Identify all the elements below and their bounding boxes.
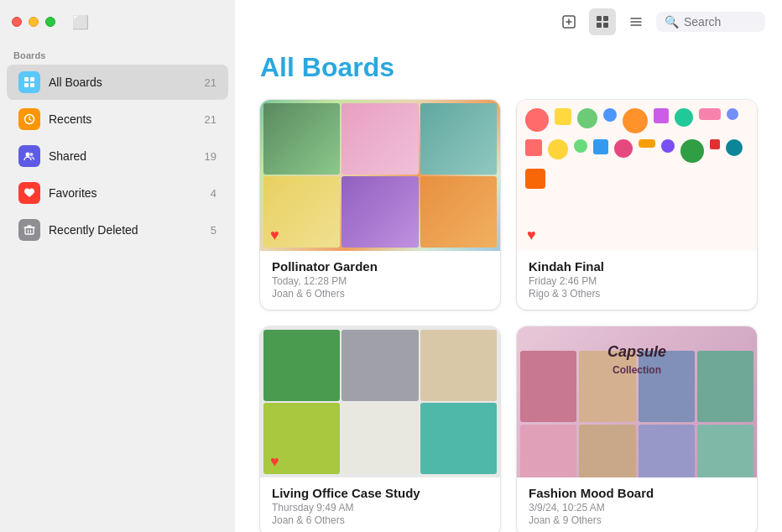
sidebar-item-recently-deleted[interactable]: Recently Deleted 5: [7, 212, 228, 248]
favorite-heart-pollinator: ♥: [270, 227, 279, 244]
toolbar: 🔍: [235, 0, 782, 44]
board-info-pollinator: Pollinator Garden Today, 12:28 PM Joan &…: [260, 251, 500, 310]
board-info-kindah: Kindah Final Friday 2:46 PM Rigo & 3 Oth…: [517, 251, 757, 310]
sidebar: ⬜ Boards All Boards 21 Recents 21: [0, 0, 235, 532]
thumb-cell: [341, 403, 418, 474]
boards-grid: ♥ Pollinator Garden Today, 12:28 PM Joan…: [260, 100, 757, 532]
sidebar-item-favorites[interactable]: Favorites 4: [7, 175, 228, 211]
grid-view-button[interactable]: [589, 8, 616, 35]
sidebar-item-shared[interactable]: Shared 19: [7, 138, 228, 174]
thumb-cell: [341, 103, 418, 175]
fashion-title-text: Capsule: [607, 343, 666, 361]
sidebar-item-recents[interactable]: Recents 21: [7, 102, 228, 137]
thumb-cell: [341, 176, 418, 248]
svg-rect-10: [603, 16, 608, 21]
thumb-cell: [420, 330, 497, 401]
thumb-cell: [420, 176, 497, 248]
fashion-subtitle-text: Collection: [613, 364, 661, 376]
board-card-living-office[interactable]: ♥ Living Office Case Study Thursday 9:49…: [260, 326, 500, 532]
favorites-count: 4: [211, 187, 216, 200]
board-thumbnail-kindah: ♥: [517, 100, 757, 251]
shared-count: 19: [205, 150, 216, 163]
fashion-cell: [697, 351, 753, 422]
new-board-button[interactable]: [555, 8, 582, 35]
page-title: All Boards: [260, 52, 757, 83]
board-card-kindah-final[interactable]: ♥ Kindah Final Friday 2:46 PM Rigo & 3 O…: [517, 100, 757, 310]
all-boards-icon: [18, 71, 40, 93]
titlebar: ⬜: [0, 0, 235, 44]
maximize-button[interactable]: [45, 17, 55, 27]
fashion-cell: [579, 351, 635, 422]
board-card-pollinator-garden[interactable]: ♥ Pollinator Garden Today, 12:28 PM Joan…: [260, 100, 500, 310]
recents-count: 21: [205, 113, 216, 126]
fashion-cell: [520, 351, 576, 422]
board-thumbnail-office: ♥: [260, 326, 500, 477]
thumb-cell: [420, 103, 497, 175]
list-view-button[interactable]: [623, 8, 649, 35]
close-button[interactable]: [12, 17, 22, 27]
board-date-pollinator: Today, 12:28 PM: [272, 275, 488, 287]
board-date-fashion: 3/9/24, 10:25 AM: [529, 502, 745, 514]
search-icon: 🔍: [665, 15, 679, 29]
board-users-pollinator: Joan & 6 Others: [272, 288, 488, 300]
favorite-heart-kindah: ♥: [527, 227, 536, 244]
search-input[interactable]: [684, 15, 757, 29]
main-content: 🔍 All Boards ♥ Pollinator Garden: [235, 0, 782, 532]
recents-label: Recents: [49, 112, 205, 126]
svg-point-6: [30, 153, 34, 156]
board-date-office: Thursday 9:49 AM: [272, 502, 488, 514]
fashion-cell: [639, 351, 695, 422]
favorites-label: Favorites: [49, 186, 211, 200]
favorites-icon: [18, 182, 40, 204]
thumb-cell: [263, 103, 340, 175]
minimize-button[interactable]: [29, 17, 39, 27]
recently-deleted-label: Recently Deleted: [49, 223, 211, 237]
fashion-cell: [639, 425, 695, 478]
svg-rect-7: [25, 227, 34, 234]
svg-point-5: [26, 153, 30, 157]
recents-icon: [18, 108, 40, 130]
board-name-office: Living Office Case Study: [272, 486, 488, 500]
board-users-fashion: Joan & 9 Others: [529, 514, 745, 526]
svg-rect-12: [603, 23, 608, 28]
search-box[interactable]: 🔍: [656, 12, 765, 32]
board-card-fashion-mood-board[interactable]: Capsule Collection Fashion Mood Boar: [517, 326, 757, 532]
svg-rect-0: [24, 77, 29, 81]
board-info-office: Living Office Case Study Thursday 9:49 A…: [260, 477, 500, 532]
svg-rect-11: [597, 23, 602, 28]
board-info-fashion: Fashion Mood Board 3/9/24, 10:25 AM Joan…: [517, 477, 757, 532]
recently-deleted-icon: [18, 219, 40, 241]
svg-rect-9: [597, 16, 602, 21]
shared-icon: [18, 145, 40, 167]
sidebar-toggle-button[interactable]: ⬜: [72, 14, 89, 30]
fashion-cell: [697, 425, 753, 478]
board-name-kindah: Kindah Final: [529, 259, 745, 274]
svg-rect-2: [24, 83, 29, 87]
sidebar-section-label: Boards: [0, 44, 235, 64]
board-date-kindah: Friday 2:46 PM: [529, 275, 745, 287]
board-name-pollinator: Pollinator Garden: [272, 259, 488, 274]
content-area: All Boards ♥ Pollinator Garden Today, 12…: [235, 44, 782, 532]
recently-deleted-count: 5: [211, 224, 216, 237]
shared-label: Shared: [49, 149, 205, 163]
thumb-cell: [263, 330, 340, 401]
sidebar-item-all-boards[interactable]: All Boards 21: [7, 65, 228, 100]
all-boards-label: All Boards: [49, 76, 205, 89]
svg-rect-1: [30, 77, 34, 81]
thumb-cell: [341, 330, 418, 401]
board-thumbnail-pollinator: ♥: [260, 100, 500, 251]
fashion-cell: [579, 425, 635, 478]
board-users-office: Joan & 6 Others: [272, 514, 488, 526]
svg-rect-3: [30, 83, 34, 87]
favorite-heart-office: ♥: [270, 453, 279, 471]
board-name-fashion: Fashion Mood Board: [529, 486, 745, 500]
all-boards-count: 21: [205, 76, 216, 89]
board-thumbnail-fashion: Capsule Collection: [517, 326, 757, 477]
board-users-kindah: Rigo & 3 Others: [529, 288, 745, 300]
fashion-cell: [520, 425, 576, 478]
thumb-cell: [420, 403, 497, 474]
